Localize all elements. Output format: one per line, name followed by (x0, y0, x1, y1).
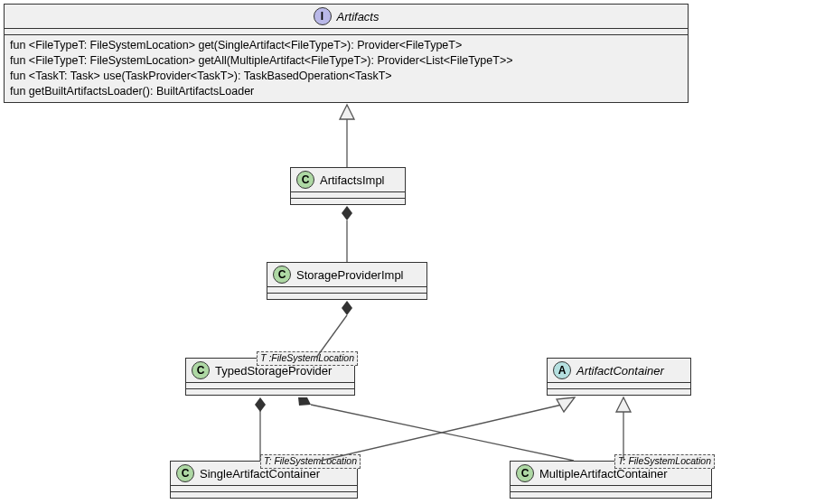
class-title: ArtifactContainer (576, 364, 664, 378)
svg-marker-7 (255, 397, 266, 412)
svg-marker-9 (298, 397, 311, 406)
interface-artifacts: I Artifacts fun <FileTypeT: FileSystemLo… (4, 4, 689, 103)
class-icon: C (176, 464, 194, 482)
abstract-icon: A (553, 361, 571, 379)
class-icon: C (516, 464, 534, 482)
methods-list: fun <FileTypeT: FileSystemLocation> get(… (5, 35, 688, 102)
class-typed-storage-provider: T :FileSystemLocation C TypedStorageProv… (185, 358, 355, 396)
class-title: TypedStorageProvider (215, 364, 332, 378)
svg-marker-3 (342, 206, 352, 220)
svg-marker-5 (342, 301, 352, 315)
template-param: T: FileSystemLocation (614, 454, 715, 469)
class-artifacts-impl: C ArtifactsImpl (290, 167, 406, 205)
template-param: T: FileSystemLocation (260, 454, 361, 469)
svg-marker-11 (557, 397, 575, 412)
class-title: StorageProviderImpl (296, 268, 404, 282)
class-single-artifact-container: T: FileSystemLocation C SingleArtifactCo… (170, 461, 358, 499)
class-icon: C (192, 361, 210, 379)
svg-marker-13 (616, 397, 631, 412)
class-icon: C (273, 266, 291, 284)
interface-icon: I (314, 7, 332, 25)
svg-line-8 (311, 405, 574, 461)
abstract-artifact-container: A ArtifactContainer (547, 358, 691, 396)
class-storage-provider-impl: C StorageProviderImpl (267, 262, 427, 300)
class-multiple-artifact-container: T: FileSystemLocation C MultipleArtifact… (510, 461, 712, 499)
svg-line-10 (321, 405, 562, 461)
class-icon: C (296, 171, 314, 189)
template-param: T :FileSystemLocation (257, 351, 358, 366)
class-title: Artifacts (337, 10, 380, 23)
class-title: ArtifactsImpl (320, 173, 385, 187)
class-title: SingleArtifactContainer (200, 467, 320, 481)
svg-marker-1 (340, 105, 354, 119)
class-title: MultipleArtifactContainer (539, 467, 668, 481)
